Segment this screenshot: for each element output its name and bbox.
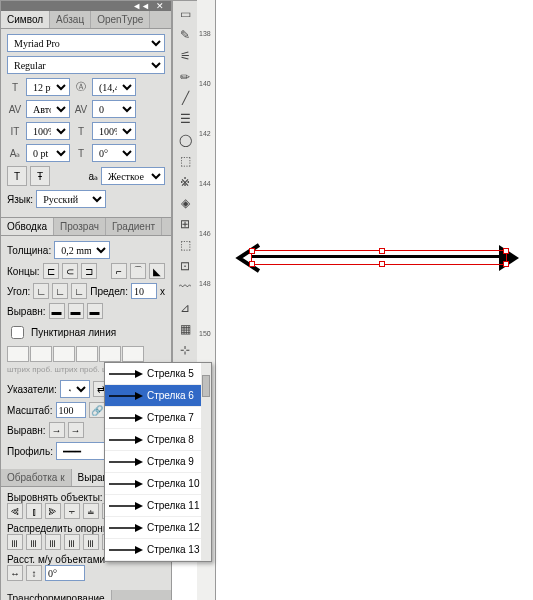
- handle-br[interactable]: [503, 261, 509, 267]
- align-top[interactable]: ⫟: [64, 503, 80, 519]
- arrow-option-12[interactable]: Стрелка 12: [105, 517, 211, 539]
- arrow-align-1[interactable]: →: [49, 422, 65, 438]
- dropdown-scrollbar[interactable]: [201, 363, 211, 561]
- handle-tc[interactable]: [379, 248, 385, 254]
- tab-transform[interactable]: Трансформирование: [1, 590, 112, 600]
- tab-opentype[interactable]: OpenType: [91, 11, 150, 28]
- tool-14-icon[interactable]: 〰: [175, 277, 195, 297]
- space-v[interactable]: ↕: [26, 565, 42, 581]
- arrow-option-10[interactable]: Стрелка 10: [105, 473, 211, 495]
- selected-arrow-object[interactable]: [231, 243, 527, 273]
- tool-16-icon[interactable]: ▦: [175, 319, 195, 339]
- arrow-option-5[interactable]: Стрелка 5: [105, 363, 211, 385]
- arrow-option-9[interactable]: Стрелка 9: [105, 451, 211, 473]
- vscale-input[interactable]: 100%: [26, 122, 70, 140]
- dist-5[interactable]: ⫼: [83, 534, 99, 550]
- arrow-option-13[interactable]: Стрелка 13: [105, 539, 211, 561]
- join-miter[interactable]: ⌐: [111, 263, 127, 279]
- corner-1[interactable]: ∟: [33, 283, 49, 299]
- weight-input[interactable]: 0,2 mm: [54, 241, 110, 259]
- leading-input[interactable]: (14,4 pt: [92, 78, 136, 96]
- dash-3[interactable]: [53, 346, 75, 362]
- tab-gradient[interactable]: Градиент: [106, 218, 162, 235]
- tracking-input[interactable]: 0: [92, 100, 136, 118]
- canvas[interactable]: [217, 0, 533, 600]
- align-right[interactable]: ⫸: [45, 503, 61, 519]
- font-family-select[interactable]: Myriad Pro: [7, 34, 165, 52]
- language-select[interactable]: Русский: [36, 190, 106, 208]
- tool-3-icon[interactable]: ⚟: [175, 46, 195, 66]
- dist-4[interactable]: ⫼: [64, 534, 80, 550]
- arrow-option-7[interactable]: Стрелка 7: [105, 407, 211, 429]
- close-icon[interactable]: ✕: [153, 1, 167, 11]
- align-left[interactable]: ⫷: [7, 503, 23, 519]
- handle-bl[interactable]: [249, 261, 255, 267]
- handle-bc[interactable]: [379, 261, 385, 267]
- spacing-input[interactable]: [45, 565, 85, 581]
- rotation-input[interactable]: 0°: [92, 144, 136, 162]
- tab-symbol[interactable]: Символ: [1, 11, 50, 28]
- aa-select[interactable]: Жесткое: [101, 167, 165, 185]
- dist-2[interactable]: ⫼: [26, 534, 42, 550]
- handle-tl[interactable]: [249, 248, 255, 254]
- kerning-input[interactable]: Авто: [26, 100, 70, 118]
- tool-6-icon[interactable]: ☰: [175, 109, 195, 129]
- tool-1[interactable]: ▭: [175, 4, 195, 24]
- scale-input[interactable]: [56, 402, 86, 418]
- tool-15-icon[interactable]: ⊿: [175, 298, 195, 318]
- hscale-input[interactable]: 100%: [92, 122, 136, 140]
- scale-link[interactable]: 🔗: [89, 402, 105, 418]
- arrow-option-label: Стрелка 9: [147, 456, 194, 467]
- miter-input[interactable]: [131, 283, 157, 299]
- cap-square[interactable]: ⊐: [81, 263, 97, 279]
- space-h[interactable]: ↔: [7, 565, 23, 581]
- align-vcenter[interactable]: ⫨: [83, 503, 99, 519]
- tool-8-icon[interactable]: ⬚: [175, 151, 195, 171]
- tool-9-icon[interactable]: ※: [175, 172, 195, 192]
- tool-4-icon[interactable]: ✏: [175, 67, 195, 87]
- dist-3[interactable]: ⫼: [45, 534, 61, 550]
- dash-2[interactable]: [30, 346, 52, 362]
- arrow-option-label: Стрелка 7: [147, 412, 194, 423]
- tool-13-icon[interactable]: ⊡: [175, 256, 195, 276]
- dash-1[interactable]: [7, 346, 29, 362]
- tool-11-icon[interactable]: ⊞: [175, 214, 195, 234]
- allcaps-button[interactable]: T: [7, 166, 27, 186]
- dist-1[interactable]: ⫼: [7, 534, 23, 550]
- arrow-option-6[interactable]: Стрелка 6: [105, 385, 211, 407]
- dash-4[interactable]: [76, 346, 98, 362]
- tab-pathfinder[interactable]: Обработка к: [1, 469, 72, 486]
- align-inside[interactable]: ▬: [68, 303, 84, 319]
- tab-stroke[interactable]: Обводка: [1, 218, 54, 235]
- dashed-checkbox[interactable]: [11, 326, 24, 339]
- join-bevel[interactable]: ◣: [149, 263, 165, 279]
- align-hcenter[interactable]: ⫿: [26, 503, 42, 519]
- align-center[interactable]: ▬: [49, 303, 65, 319]
- corner-3[interactable]: ∟: [71, 283, 87, 299]
- tool-12-icon[interactable]: ⬚: [175, 235, 195, 255]
- dash-5[interactable]: [99, 346, 121, 362]
- collapse-icon[interactable]: ◄◄: [129, 1, 153, 11]
- dash-6[interactable]: [122, 346, 144, 362]
- arrow-align-2[interactable]: →: [68, 422, 84, 438]
- tool-10-icon[interactable]: ◈: [175, 193, 195, 213]
- corner-2[interactable]: ∟: [52, 283, 68, 299]
- font-style-select[interactable]: Regular: [7, 56, 165, 74]
- arrow-start-select[interactable]: ←: [60, 380, 90, 398]
- align-outside[interactable]: ▬: [87, 303, 103, 319]
- tool-2-icon[interactable]: ✎: [175, 25, 195, 45]
- tab-paragraph[interactable]: Абзац: [50, 11, 91, 28]
- baseline-input[interactable]: 0 pt: [26, 144, 70, 162]
- arrow-option-11[interactable]: Стрелка 11: [105, 495, 211, 517]
- font-size-input[interactable]: 12 pt: [26, 78, 70, 96]
- tab-transparency[interactable]: Прозрач: [54, 218, 106, 235]
- join-round[interactable]: ⌒: [130, 263, 146, 279]
- tool-17-icon[interactable]: ⊹: [175, 340, 195, 360]
- handle-tr[interactable]: [503, 248, 509, 254]
- tool-5-icon[interactable]: ╱: [175, 88, 195, 108]
- cap-round[interactable]: ⊂: [62, 263, 78, 279]
- cap-butt[interactable]: ⊏: [43, 263, 59, 279]
- smallcaps-button[interactable]: Ŧ: [30, 166, 50, 186]
- arrow-option-8[interactable]: Стрелка 8: [105, 429, 211, 451]
- tool-7-icon[interactable]: ◯: [175, 130, 195, 150]
